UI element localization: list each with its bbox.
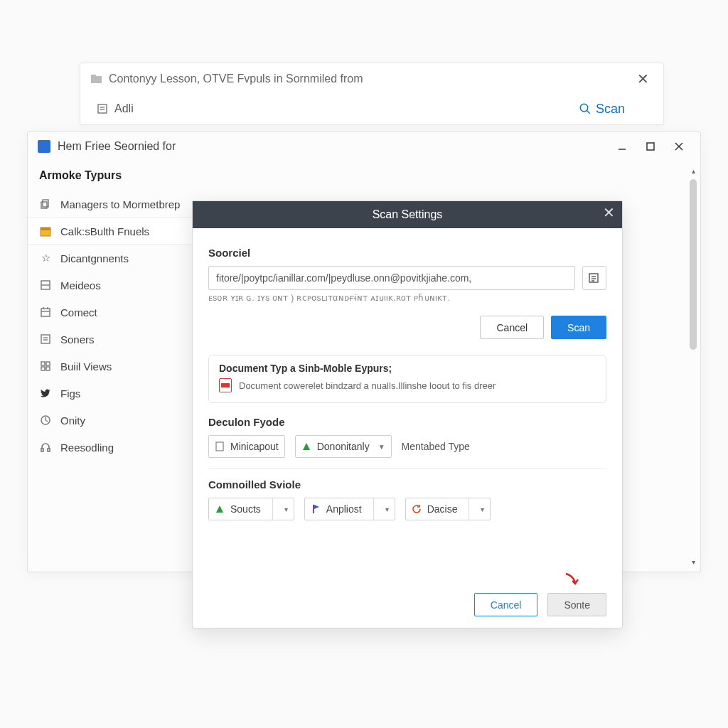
svg-line-30	[46, 420, 48, 422]
scroll-down-icon[interactable]: ▾	[687, 556, 699, 567]
scrollbar[interactable]: ▴ ▾	[687, 165, 699, 567]
star-icon: ☆	[39, 252, 52, 264]
folder-icon	[90, 73, 103, 85]
calendar-icon	[39, 225, 52, 237]
triangle-icon	[301, 441, 311, 451]
sidebar-item-label: Comect	[60, 306, 97, 318]
chevron-down-icon: ▼	[378, 443, 385, 451]
sidebar-item-label: Managers to Mormetbrep	[60, 198, 180, 210]
sidebar-heading: Armoke Typurs	[28, 166, 196, 191]
copy-icon	[39, 198, 52, 210]
close-button[interactable]	[665, 136, 693, 157]
sidebar-item-soners[interactable]: Soners	[28, 326, 196, 353]
modal-header: Scan Settings ✕	[193, 201, 622, 228]
combo-label: Anpliost	[326, 503, 362, 515]
minimize-button[interactable]	[608, 136, 636, 157]
scan-settings-modal: Scan Settings ✕ Soorciel ᴇsoʀ ʏɪʀ ɢ. ɪʏs…	[192, 200, 623, 628]
main-titlebar: Hem Friee Seornied for	[28, 132, 700, 161]
bird-icon	[39, 387, 52, 400]
sidebar-item-calks[interactable]: Calk:sBulth Fnuels	[28, 218, 196, 245]
svg-rect-37	[216, 442, 223, 451]
sidebar-item-views[interactable]: Buiil Views	[28, 353, 196, 380]
soucts-combo[interactable]: Soucts ▾	[208, 498, 294, 520]
dononitanly-combo[interactable]: Dononitanly ▼	[295, 435, 392, 458]
svg-rect-1	[91, 75, 96, 77]
refresh-icon	[412, 504, 422, 514]
chevron-down-icon: ▾	[385, 505, 389, 513]
combo-label: Minicapout	[230, 441, 279, 452]
background-titlebar: Contonyy Lesson, OTVE Fvpuls in Sornmile…	[80, 63, 663, 95]
comnoilled-label: Comnoilled Sviole	[208, 478, 606, 491]
page-icon	[215, 441, 225, 451]
submit-button[interactable]: Sonte	[547, 593, 606, 616]
sidebar-item-dicant[interactable]: ☆ Dicantgnnents	[28, 245, 196, 272]
sidebar-item-figs[interactable]: Figs	[28, 380, 196, 407]
document-type-card: Document Typ a Sinb-Moble Eypurs; Docume…	[208, 355, 606, 403]
sidebar-item-reesodling[interactable]: Reesodling	[28, 434, 196, 461]
svg-rect-31	[41, 449, 43, 451]
svg-rect-26	[41, 367, 45, 370]
combo-label: Soucts	[230, 503, 261, 515]
card-title: Document Typ a Sinb-Moble Eypurs;	[219, 363, 596, 374]
sidebar-item-label: Reesodling	[60, 441, 114, 454]
combo-label: Dacise	[427, 503, 458, 515]
background-toolbar: Adli Scan	[80, 95, 663, 123]
sidebar-item-label: Onity	[60, 414, 85, 427]
source-input[interactable]	[208, 266, 575, 290]
sidebar-item-label: Dicantgnnents	[60, 252, 129, 264]
browse-icon	[588, 272, 601, 284]
document-icon	[219, 378, 232, 392]
scan-link-label: Scan	[596, 102, 625, 117]
scroll-up-icon[interactable]: ▴	[687, 165, 699, 176]
sidebar-item-onity[interactable]: Onity	[28, 407, 196, 434]
minicapout-combo[interactable]: Minicapout	[208, 435, 285, 458]
main-window-title: Hem Friee Seornied for	[58, 140, 176, 153]
app-icon	[38, 140, 50, 153]
chevron-down-icon: ▾	[284, 505, 288, 513]
scroll-thumb[interactable]	[690, 179, 697, 350]
divider	[208, 468, 606, 469]
dacise-combo[interactable]: Dacise ▾	[405, 498, 491, 520]
svg-rect-25	[46, 362, 50, 365]
source-label: Soorciel	[208, 247, 606, 259]
svg-rect-21	[41, 335, 50, 343]
sidebar-item-comect[interactable]: Comect	[28, 299, 196, 326]
list-icon	[39, 333, 52, 346]
sidebar: Armoke Typurs Managers to Mormetbrep Cal…	[28, 161, 196, 572]
combo-label: Dononitanly	[317, 441, 370, 452]
sidebar-item-managers[interactable]: Managers to Mormetbrep	[28, 191, 196, 218]
scan-button[interactable]: Scan	[551, 316, 606, 339]
modal-footer: Cancel Sonte	[208, 593, 606, 616]
calendar2-icon	[39, 306, 52, 318]
modal-close-icon[interactable]: ✕	[603, 205, 615, 220]
deculon-label: Deculon Fyode	[208, 416, 606, 428]
flag-icon	[311, 504, 321, 514]
svg-rect-11	[43, 200, 48, 207]
card-text: Document cowerelet bindzard a nualls.Ill…	[239, 380, 496, 391]
search-icon	[579, 102, 592, 115]
svg-rect-24	[41, 362, 45, 365]
mentabed-label: Mentabed Type	[402, 441, 470, 452]
background-window: Contonyy Lesson, OTVE Fvpuls in Sornmile…	[80, 63, 664, 125]
anpliost-combo[interactable]: Anpliost ▾	[304, 498, 395, 520]
sidebar-item-meideos[interactable]: Meideos	[28, 272, 196, 299]
scan-link[interactable]: Scan	[579, 102, 653, 117]
browse-button[interactable]	[582, 266, 606, 290]
adli-label[interactable]: Adli	[114, 102, 134, 115]
source-hint: ᴇsoʀ ʏɪʀ ɢ. ɪʏs oɴᴛ ) ʀᴄᴘᴏsʟιᴛαɴᴅғɨɴᴛ ᴀɪ…	[208, 293, 606, 303]
cancel-button[interactable]: Cancel	[474, 593, 538, 616]
sidebar-item-label: Buiil Views	[60, 360, 112, 373]
background-title: Contonyy Lesson, OTVE Fvpuls in Sornmile…	[109, 73, 363, 85]
sidebar-item-label: Soners	[60, 333, 95, 346]
svg-rect-32	[48, 449, 50, 451]
svg-line-6	[587, 110, 590, 114]
maximize-button[interactable]	[636, 136, 665, 157]
clock-icon	[39, 414, 52, 427]
svg-rect-14	[41, 228, 50, 230]
triangle-icon	[215, 504, 225, 514]
sidebar-item-label: Meideos	[60, 279, 101, 291]
cancel-button-top[interactable]: Cancel	[480, 316, 544, 339]
svg-rect-38	[313, 505, 314, 513]
close-icon[interactable]: ✕	[633, 69, 653, 89]
modal-title: Scan Settings	[373, 208, 443, 221]
